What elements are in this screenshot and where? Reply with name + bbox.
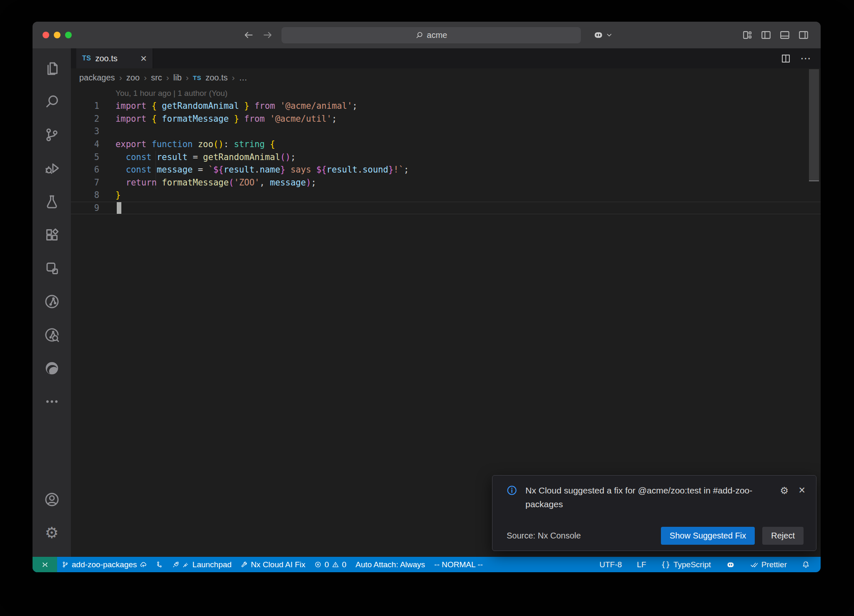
launchpad-status[interactable]: Launchpad — [168, 557, 236, 572]
tab-bar: TS zoo.ts × — [71, 48, 821, 68]
activity-bar: ⚙ — [33, 48, 71, 557]
tab-zoo-ts[interactable]: TS zoo.ts × — [76, 48, 153, 68]
launchpad-label: Launchpad — [192, 560, 231, 569]
screen: acme — [0, 0, 854, 616]
braces-icon: {} — [661, 561, 671, 569]
code-line-2[interactable]: 2import { formatMessage } from '@acme/ut… — [71, 113, 821, 125]
code-line-1[interactable]: 1import { getRandomAnimal } from '@acme/… — [71, 100, 821, 113]
code-line-5[interactable]: 5 const result = getRandomAnimal(); — [71, 150, 821, 163]
line-number: 2 — [71, 114, 99, 124]
eol-status[interactable]: LF — [629, 557, 653, 572]
breadcrumb-segment[interactable]: lib — [173, 73, 182, 83]
status-bar: add-zoo-packages — [33, 557, 821, 572]
plug-icon — [182, 561, 189, 568]
close-window-button[interactable] — [43, 32, 49, 38]
encoding-status[interactable]: UTF-8 — [592, 557, 629, 572]
command-center-search[interactable]: acme — [281, 27, 581, 43]
git-branch-status[interactable]: add-zoo-packages — [57, 557, 151, 572]
wrench-icon — [241, 561, 248, 568]
sidebar-item-remote-explorer[interactable] — [43, 259, 61, 277]
line-number: 7 — [71, 178, 99, 188]
breadcrumb-segment[interactable]: packages — [79, 73, 115, 83]
git-blame-annotation: You, 1 hour ago | 1 author (You) — [71, 87, 821, 100]
typescript-file-icon: TS — [82, 55, 91, 62]
sidebar-item-run-debug[interactable] — [43, 159, 61, 177]
search-value: acme — [427, 30, 447, 40]
branch-icon — [62, 561, 69, 568]
formatter-status[interactable]: Prettier — [743, 557, 794, 572]
sidebar-item-explorer[interactable] — [43, 59, 61, 77]
error-count: 0 — [324, 560, 329, 569]
title-bar: acme — [33, 22, 821, 48]
code-line-6[interactable]: 6 const message = `${result.name} says $… — [71, 163, 821, 176]
accounts-icon[interactable] — [43, 490, 61, 508]
remote-indicator[interactable] — [33, 557, 57, 572]
copilot-icon — [593, 30, 604, 40]
breadcrumb: packages › zoo › src › lib › TS zoo.ts ›… — [71, 68, 821, 87]
code-line-3[interactable]: 3 — [71, 125, 821, 138]
sidebar-item-edge-tools[interactable] — [43, 359, 61, 377]
breadcrumb-segment[interactable]: zoo — [126, 73, 140, 83]
line-number: 4 — [71, 139, 99, 149]
code-line-7[interactable]: 7 return formatMessage('ZOO', message); — [71, 176, 821, 189]
reject-button[interactable]: Reject — [762, 527, 804, 545]
tab-close-icon[interactable]: × — [141, 53, 147, 64]
toggle-secondary-sidebar-button[interactable] — [798, 30, 809, 40]
notification-close-icon[interactable]: × — [799, 485, 805, 496]
sidebar-item-extensions[interactable] — [43, 225, 61, 244]
error-icon — [314, 561, 322, 568]
sidebar-item-testing[interactable] — [43, 192, 61, 210]
problems-status[interactable]: 0 0 — [310, 557, 351, 572]
sidebar-item-source-control[interactable] — [43, 125, 61, 144]
back-button[interactable] — [243, 29, 254, 41]
forward-button[interactable] — [262, 29, 274, 41]
cloud-upload-icon — [140, 561, 147, 568]
copilot-status[interactable] — [718, 557, 743, 572]
settings-gear-icon[interactable]: ⚙ — [43, 523, 61, 542]
breadcrumb-file[interactable]: zoo.ts — [206, 73, 228, 83]
notification-settings-gear-icon[interactable]: ⚙ — [780, 485, 789, 496]
notification-source: Source: Nx Console — [507, 531, 581, 541]
show-suggested-fix-button[interactable]: Show Suggested Fix — [661, 527, 755, 545]
code-lines: 1import { getRandomAnimal } from '@acme/… — [71, 100, 821, 214]
editor-more-actions-button[interactable]: ⋯ — [800, 52, 811, 65]
code-line-4[interactable]: 4export function zoo(): string { — [71, 138, 821, 151]
typescript-file-icon: TS — [193, 74, 201, 81]
code-line-8[interactable]: 8} — [71, 189, 821, 202]
line-number: 5 — [71, 152, 99, 162]
line-number: 6 — [71, 165, 99, 175]
vscode-window: acme — [33, 22, 821, 572]
zoom-window-button[interactable] — [65, 32, 72, 38]
toggle-primary-sidebar-button[interactable] — [761, 30, 771, 40]
sidebar-item-nx-console[interactable] — [43, 292, 61, 311]
sidebar-item-search[interactable] — [43, 92, 61, 110]
language-mode-status[interactable]: {} TypeScript — [654, 557, 718, 572]
auto-attach-status[interactable]: Auto Attach: Always — [351, 557, 430, 572]
code-line-9[interactable]: 9 — [71, 202, 821, 215]
nx-cloud-ai-fix-label: Nx Cloud AI Fix — [251, 560, 305, 569]
more-views-icon[interactable] — [43, 392, 61, 411]
info-icon — [507, 485, 517, 496]
minimize-window-button[interactable] — [54, 32, 60, 38]
sidebar-item-nx-cloud[interactable] — [43, 326, 61, 344]
nx-graph-status[interactable] — [151, 557, 168, 572]
notification-message: Nx Cloud suggested a fix for @acme/zoo:t… — [525, 484, 759, 511]
line-number: 3 — [71, 126, 99, 136]
vim-mode-status[interactable]: -- NORMAL -- — [430, 557, 487, 572]
breadcrumb-overflow[interactable]: … — [239, 73, 247, 83]
notifications-bell-icon[interactable] — [794, 557, 817, 572]
customize-layout-button[interactable] — [742, 30, 753, 40]
split-editor-button[interactable] — [781, 53, 791, 64]
breadcrumb-segment[interactable]: src — [151, 73, 162, 83]
rocket-icon — [172, 561, 179, 568]
branch-name: add-zoo-packages — [72, 560, 137, 569]
line-number: 8 — [71, 190, 99, 200]
search-icon — [415, 31, 423, 39]
editor-scrollbar[interactable] — [809, 69, 819, 181]
nx-cloud-ai-fix-status[interactable]: Nx Cloud AI Fix — [236, 557, 310, 572]
tab-label: zoo.ts — [95, 54, 117, 63]
chevron-down-icon — [605, 31, 613, 39]
double-check-icon — [750, 561, 759, 569]
copilot-menu[interactable] — [593, 30, 613, 40]
toggle-panel-button[interactable] — [779, 30, 790, 40]
